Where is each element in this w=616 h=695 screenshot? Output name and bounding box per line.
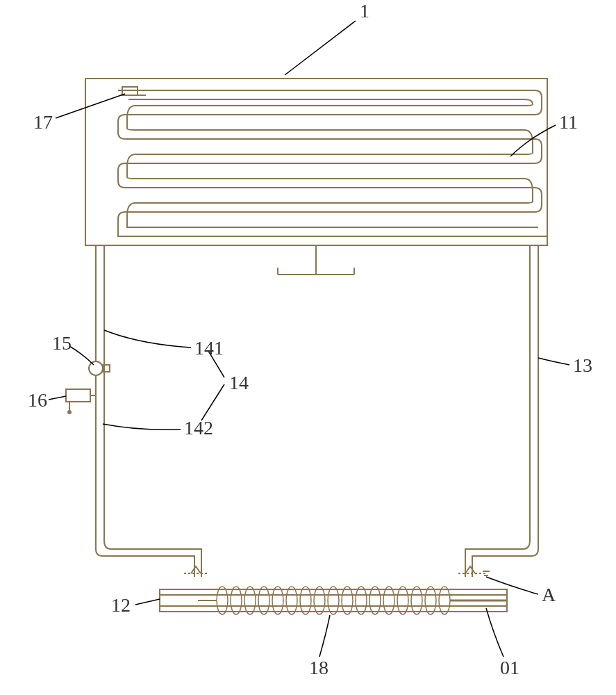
label-left-pipe-group: 14	[229, 372, 249, 394]
label-detail-marker: A	[542, 584, 556, 606]
svg-point-1	[89, 361, 103, 375]
svg-point-29	[342, 587, 353, 614]
svg-rect-3	[66, 389, 90, 402]
label-serpentine: 11	[559, 111, 578, 133]
label-bottom-tube: 12	[111, 594, 131, 616]
label-valve: 15	[52, 332, 72, 354]
svg-point-34	[411, 587, 422, 614]
label-main-assembly: 1	[360, 0, 369, 22]
svg-point-22	[244, 587, 256, 614]
svg-point-24	[272, 587, 283, 614]
svg-rect-0	[85, 79, 547, 245]
svg-point-36	[439, 587, 450, 614]
svg-point-32	[383, 587, 394, 614]
label-outlet: 01	[500, 657, 519, 679]
svg-point-26	[300, 587, 311, 614]
label-sensor: 17	[33, 111, 53, 133]
svg-point-33	[397, 587, 408, 614]
label-coil: 18	[309, 657, 328, 679]
svg-point-6	[68, 411, 71, 414]
svg-point-35	[425, 587, 436, 614]
svg-point-25	[286, 587, 297, 614]
svg-point-30	[356, 587, 367, 614]
svg-point-27	[314, 587, 325, 614]
label-left-pipe-lower: 142	[184, 417, 213, 439]
label-input-port: 16	[28, 389, 47, 411]
svg-point-21	[231, 587, 242, 614]
svg-point-20	[217, 587, 228, 614]
svg-point-31	[369, 587, 381, 614]
label-left-pipe-upper: 141	[194, 337, 224, 359]
svg-point-28	[328, 587, 339, 614]
svg-point-23	[258, 587, 269, 614]
label-right-pipe: 13	[573, 354, 592, 377]
